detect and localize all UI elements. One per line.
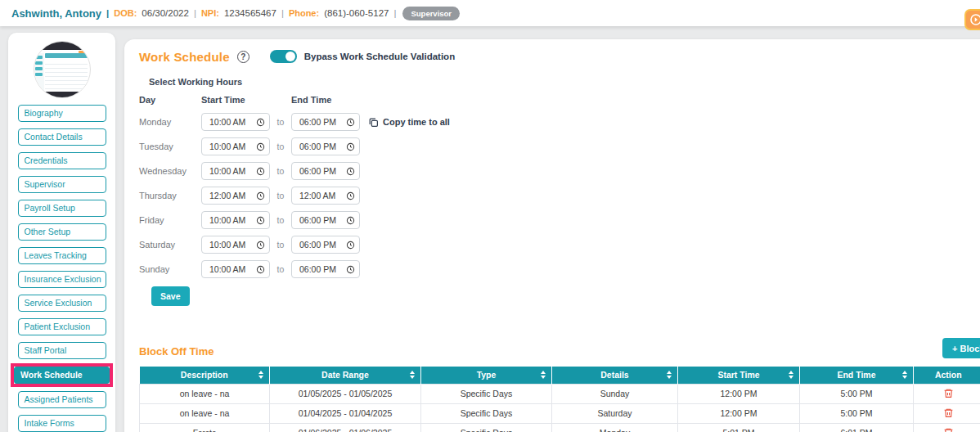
hours-row-sunday: Sunday to	[139, 257, 980, 281]
table-row: on leave - na 01/04/2025 - 01/04/2025 Sp…	[140, 403, 980, 423]
sort-icon	[902, 371, 907, 379]
sidebar-item-assigned-patients[interactable]: Assigned Patients	[18, 391, 106, 408]
sidebar-item-biography[interactable]: Biography	[18, 105, 106, 122]
sidebar-item-supervisor[interactable]: Supervisor	[18, 176, 106, 193]
to-label: to	[270, 215, 291, 225]
toggle-knob	[285, 52, 295, 61]
cell-date-range: 01/05/2025 - 01/05/2025	[270, 384, 421, 403]
start-time-input-wrap	[201, 260, 270, 278]
column-header-action: Action	[914, 367, 980, 384]
separator: |	[194, 8, 196, 18]
phone-label: Phone:	[289, 8, 319, 18]
sidebar-item-credentials[interactable]: Credentials	[18, 152, 106, 169]
cell-end-time: 5:00 PM	[800, 384, 914, 403]
clock-icon	[346, 118, 355, 127]
help-icon[interactable]: ?	[237, 51, 249, 63]
bypass-validation-toggle[interactable]	[270, 50, 297, 63]
cell-type: Specific Days	[421, 403, 552, 423]
quick-action-button[interactable]	[964, 9, 980, 30]
npi-label: NPI:	[201, 8, 219, 18]
sort-icon	[541, 371, 546, 379]
cell-action	[914, 384, 980, 403]
hours-row-tuesday: Tuesday to	[139, 134, 980, 159]
day-label: Wednesday	[139, 166, 201, 176]
save-button[interactable]: Save	[151, 286, 190, 306]
day-label: Tuesday	[139, 142, 201, 151]
start-time-input-wrap	[201, 113, 270, 131]
day-label: Saturday	[139, 240, 201, 250]
end-time-input-wrap	[291, 162, 360, 180]
cell-details: Saturday	[552, 403, 678, 423]
add-block-off-button[interactable]: + Block O	[942, 338, 980, 358]
working-hours-form: Day Start Time End Time Monday to Copy t…	[139, 90, 980, 306]
separator: |	[281, 8, 284, 18]
column-header-type[interactable]: Type	[421, 367, 552, 384]
end-time-input-wrap	[291, 187, 360, 205]
sidebar-item-work-schedule[interactable]: Work Schedule	[14, 367, 110, 384]
column-header-start-time[interactable]: Start Time	[678, 367, 800, 384]
sidebar: Biography Contact Details Credentials Su…	[8, 33, 115, 432]
sidebar-item-patient-exclusion[interactable]: Patient Exclusion	[18, 318, 106, 335]
start-column-header: Start Time	[201, 95, 291, 105]
day-column-header: Day	[139, 95, 201, 105]
copy-time-to-all[interactable]: Copy time to all	[368, 117, 450, 128]
cell-description: on leave - na	[140, 403, 270, 423]
separator: |	[106, 8, 109, 18]
clock-icon	[256, 118, 265, 127]
hours-row-saturday: Saturday to	[139, 232, 980, 257]
main-panel: Work Schedule ? Bypass Work Schedule Val…	[124, 39, 980, 432]
cell-action	[914, 403, 980, 423]
cell-description: on leave - na	[140, 384, 270, 403]
delete-button[interactable]	[943, 388, 954, 398]
day-label: Monday	[139, 117, 201, 127]
end-time-input-wrap	[291, 211, 360, 229]
to-label: to	[270, 166, 291, 176]
clock-icon	[346, 265, 355, 274]
cell-end-time: 5:00 PM	[800, 403, 914, 423]
cell-action	[914, 423, 980, 432]
start-time-input-wrap	[201, 187, 270, 205]
hours-row-thursday: Thursday to	[139, 183, 980, 208]
table-header-row: Description Date Range Type Details Star…	[140, 367, 980, 384]
clock-icon	[256, 167, 265, 176]
sidebar-item-contact-details[interactable]: Contact Details	[18, 128, 106, 146]
block-off-table: Description Date Range Type Details Star…	[139, 367, 980, 432]
day-label: Sunday	[139, 264, 201, 274]
to-label: to	[270, 240, 291, 250]
column-header-details[interactable]: Details	[552, 367, 678, 384]
hours-row-monday: Monday to Copy time to all	[139, 110, 980, 134]
hours-header-row: Day Start Time End Time	[139, 90, 980, 110]
sidebar-item-service-exclusion[interactable]: Service Exclusion	[18, 295, 106, 312]
sort-icon	[258, 371, 263, 379]
cell-start-time: 12:00 PM	[678, 403, 800, 423]
dob-value: 06/30/2022	[142, 8, 189, 18]
clock-icon	[256, 265, 265, 274]
sidebar-item-staff-portal[interactable]: Staff Portal	[18, 342, 106, 359]
day-label: Thursday	[139, 191, 201, 200]
day-label: Friday	[139, 215, 201, 225]
sidebar-item-insurance-exclusion[interactable]: Insurance Exclusion	[18, 271, 106, 288]
cell-date-range: 01/06/2025 - 01/06/2025	[270, 423, 421, 432]
cell-details: Monday	[552, 423, 678, 432]
sidebar-item-payroll-setup[interactable]: Payroll Setup	[18, 200, 106, 217]
delete-button[interactable]	[943, 427, 954, 432]
end-time-input-wrap	[291, 137, 360, 155]
sidebar-item-other-setup[interactable]: Other Setup	[18, 223, 106, 241]
cell-start-time: 5:01 PM	[678, 423, 800, 432]
end-time-input-wrap	[291, 260, 360, 278]
sort-icon	[410, 371, 415, 379]
column-header-description[interactable]: Description	[140, 367, 270, 384]
clock-icon	[256, 142, 265, 151]
column-header-end-time[interactable]: End Time	[800, 367, 914, 384]
sidebar-nav: Biography Contact Details Credentials Su…	[8, 105, 115, 432]
delete-button[interactable]	[943, 407, 954, 418]
hours-row-friday: Friday to	[139, 208, 980, 232]
block-off-header: Block Off Time + Block O	[139, 340, 980, 362]
trash-icon	[943, 407, 954, 418]
start-time-input-wrap	[201, 236, 270, 254]
sidebar-item-leaves-tracking[interactable]: Leaves Tracking	[18, 247, 106, 264]
sidebar-item-intake-forms[interactable]: Intake Forms	[18, 415, 106, 432]
to-label: to	[270, 191, 291, 200]
staff-name: Ashwinth, Antony	[11, 7, 101, 20]
column-header-date-range[interactable]: Date Range	[270, 367, 421, 384]
